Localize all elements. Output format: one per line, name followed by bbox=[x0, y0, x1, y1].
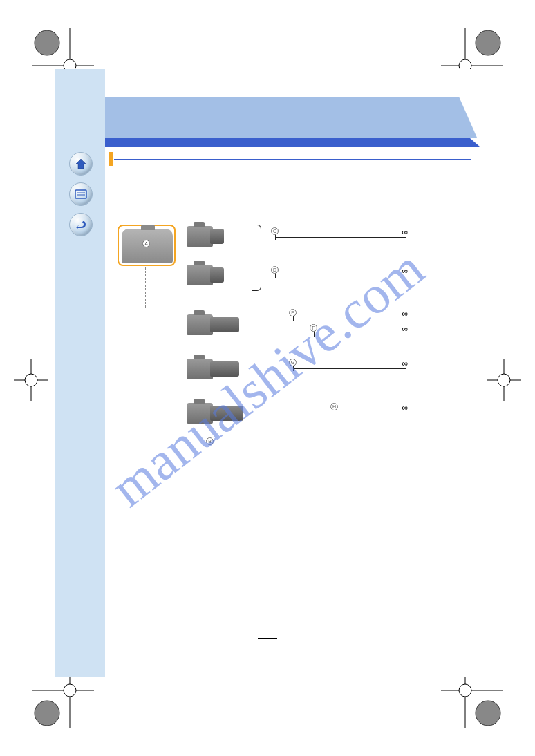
lens-range-diagram: A B ∞ C bbox=[118, 225, 470, 487]
callout-b: B bbox=[206, 437, 214, 445]
range-line-f: ∞ bbox=[314, 334, 406, 334]
range-line-h: ∞ bbox=[335, 413, 406, 413]
infinity-c: ∞ bbox=[402, 227, 408, 237]
infinity-f: ∞ bbox=[402, 324, 408, 334]
callout-h: H bbox=[330, 403, 338, 410]
callout-d: D bbox=[271, 266, 279, 274]
svg-point-15 bbox=[459, 684, 471, 697]
crop-mark-mid-right bbox=[487, 359, 521, 401]
home-icon bbox=[75, 158, 87, 170]
range-line-d: ∞ bbox=[275, 276, 406, 276]
callout-g: G bbox=[289, 359, 297, 366]
range-line-c: ∞ bbox=[275, 237, 406, 238]
infinity-h: ∞ bbox=[402, 403, 408, 413]
dashed-leader-a bbox=[145, 267, 146, 308]
section-marker bbox=[109, 152, 113, 166]
camera-side-long bbox=[187, 399, 231, 429]
infinity-d: ∞ bbox=[402, 266, 408, 276]
range-line-e: ∞ bbox=[293, 319, 406, 319]
brace bbox=[252, 225, 261, 291]
svg-point-8 bbox=[35, 701, 59, 726]
back-button[interactable] bbox=[69, 213, 93, 236]
home-button[interactable] bbox=[69, 152, 93, 176]
svg-point-0 bbox=[35, 30, 59, 55]
camera-side-mid-1 bbox=[187, 310, 231, 341]
callout-a: A bbox=[142, 240, 150, 247]
svg-point-18 bbox=[25, 374, 37, 386]
crop-mark-mid-left bbox=[14, 359, 48, 401]
svg-point-11 bbox=[64, 684, 76, 697]
callout-f: F bbox=[310, 324, 317, 332]
svg-rect-22 bbox=[75, 190, 86, 198]
range-line-g: ∞ bbox=[293, 368, 406, 369]
camera-top-view: A bbox=[118, 225, 176, 266]
infinity-g: ∞ bbox=[402, 359, 408, 368]
back-icon bbox=[75, 219, 87, 230]
chapter-header-band bbox=[105, 97, 480, 144]
chapter-blue-bar bbox=[105, 138, 480, 147]
callout-e: E bbox=[289, 309, 297, 316]
svg-point-21 bbox=[498, 374, 510, 386]
page-frame: A B ∞ C bbox=[55, 69, 480, 677]
infinity-e: ∞ bbox=[402, 309, 408, 319]
svg-point-4 bbox=[476, 30, 500, 55]
section-underline bbox=[114, 159, 471, 160]
menu-icon bbox=[75, 189, 87, 199]
camera-side-collapsed-1 bbox=[187, 222, 231, 252]
page-number bbox=[55, 629, 480, 641]
camera-side-mid-2 bbox=[187, 355, 231, 385]
menu-button[interactable] bbox=[69, 182, 93, 206]
callout-c: C bbox=[271, 227, 279, 235]
svg-point-12 bbox=[476, 701, 500, 726]
